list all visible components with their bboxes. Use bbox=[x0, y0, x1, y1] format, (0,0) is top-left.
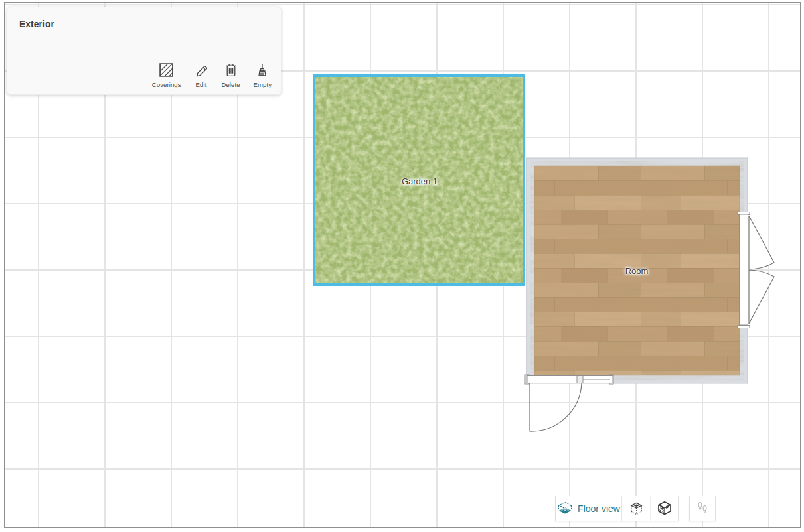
coverings-button[interactable]: Coverings bbox=[152, 62, 181, 88]
floorplanner-app: Garden 1 Room Exterior Coverings bbox=[0, 0, 804, 532]
floor-view-label: Floor view bbox=[578, 503, 620, 514]
floor-view-icon bbox=[557, 501, 573, 516]
delete-label: Delete bbox=[222, 81, 240, 88]
ceiling-view-button[interactable] bbox=[622, 496, 650, 521]
delete-button[interactable]: Delete bbox=[222, 62, 240, 88]
coverings-icon bbox=[159, 62, 174, 78]
empty-label: Empty bbox=[254, 81, 272, 88]
garden-area[interactable] bbox=[314, 76, 524, 285]
footprints-icon bbox=[695, 501, 710, 517]
door-window-divider bbox=[577, 376, 583, 383]
pencil-icon bbox=[195, 62, 208, 78]
trash-icon bbox=[224, 62, 238, 78]
exterior-properties-panel: Exterior Coverings Edit bbox=[7, 7, 281, 95]
edit-label: Edit bbox=[196, 81, 207, 88]
edit-button[interactable]: Edit bbox=[195, 62, 208, 88]
panel-title: Exterior bbox=[19, 19, 54, 29]
coverings-label: Coverings bbox=[152, 81, 181, 88]
ceiling-view-cube-icon bbox=[629, 501, 644, 517]
panel-actions: Coverings Edit bbox=[152, 62, 272, 88]
room-area[interactable] bbox=[526, 158, 748, 383]
3d-view-button[interactable] bbox=[650, 496, 678, 521]
empty-button[interactable]: Empty bbox=[254, 62, 272, 88]
view-mode-toolbar: Floor view bbox=[555, 496, 679, 521]
cube-3d-icon bbox=[657, 501, 673, 517]
floor-view-button[interactable]: Floor view bbox=[556, 496, 622, 521]
broom-icon bbox=[256, 62, 269, 78]
walk-view-button[interactable] bbox=[689, 496, 716, 521]
